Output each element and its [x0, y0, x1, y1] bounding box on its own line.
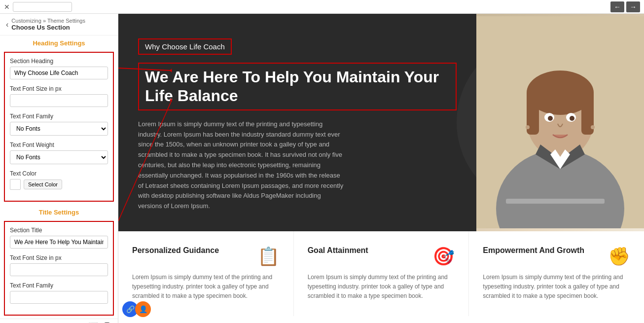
feature-card-3: Empowerment And Growth ✊ Lorem Ipsum is … [469, 231, 644, 316]
feature-cards: Personalized Guidance 📋 Lorem Ipsum is s… [118, 231, 644, 316]
svg-point-10 [591, 125, 595, 129]
top-bar-search-input[interactable] [13, 2, 72, 12]
card-3-icon: ✊ [608, 246, 630, 267]
top-bar: ✕ ← → [0, 0, 644, 14]
breadcrumb: ‹ Customizing » Theme Settings Choose Us… [0, 14, 118, 36]
card-3-header: Empowerment And Growth ✊ [483, 246, 630, 267]
heading-color-field: Text Color Select Color [10, 170, 108, 190]
nav-prev-button[interactable]: ← [610, 1, 624, 12]
svg-point-15 [570, 116, 574, 121]
section-title-text: We Are Here To Help You Maintain Your Li… [145, 68, 450, 106]
heading-font-size-field: Text Font Size in px [10, 85, 108, 107]
preview-hero-left: Why Choose Life Coach We Are Here To Hel… [118, 14, 476, 231]
card-3-title: Empowerment And Growth [483, 246, 584, 255]
title-font-family-label: Text Font Family [10, 282, 108, 289]
heading-font-family-select[interactable]: No Fonts [10, 122, 108, 136]
heading-color-label: Text Color [10, 170, 108, 177]
person-image [476, 14, 644, 231]
section-title-field: Section Title [10, 227, 108, 249]
pricing-section: Pricing Plan Choose Our Best Plan [118, 316, 644, 323]
person-svg [476, 16, 644, 228]
heading-font-size-label: Text Font Size in px [10, 85, 108, 92]
title-font-family-field: Text Font Family [10, 282, 108, 304]
nav-arrows: ← → [610, 1, 640, 12]
section-heading-field: Section Heading [10, 58, 108, 79]
heading-font-weight-field: Text Font Weight No Fonts [10, 142, 108, 164]
feature-card-2: Goal Attainment 🎯 Lorem Ipsum is simply … [294, 231, 469, 316]
title-font-size-field: Text Font Size in px [10, 254, 108, 276]
red-outline-title: We Are Here To Help You Maintain Your Li… [138, 63, 457, 110]
sidebar: ‹ Customizing » Theme Settings Choose Us… [0, 14, 118, 323]
link-icon: 🔗 [126, 305, 135, 313]
svg-rect-11 [506, 199, 605, 204]
heading-font-family-field: Text Font Family No Fonts [10, 113, 108, 136]
preview-hero: Why Choose Life Coach We Are Here To Hel… [118, 14, 644, 231]
svg-point-9 [526, 125, 530, 129]
breadcrumb-current: Choose Us Section [11, 24, 85, 31]
heading-font-size-input[interactable] [10, 94, 108, 107]
section-heading-input[interactable] [10, 67, 108, 79]
nav-next-button[interactable]: → [626, 1, 640, 12]
heading-font-family-label: Text Font Family [10, 113, 108, 120]
title-settings-label: Title Settings [0, 205, 118, 218]
card-2-header: Goal Attainment 🎯 [308, 246, 455, 267]
title-font-size-input[interactable] [10, 263, 108, 276]
breadcrumb-content: Customizing » Theme Settings Choose Us S… [11, 18, 85, 31]
card-1-body: Lorem Ipsum is simply dummy text of the … [132, 273, 280, 301]
card-2-icon: 🎯 [432, 246, 455, 267]
svg-point-14 [548, 116, 553, 121]
section-title-label: Section Title [10, 227, 108, 234]
person-icon: 👤 [139, 305, 147, 313]
preview-area: Why Choose Life Coach We Are Here To Hel… [118, 14, 644, 323]
title-settings-box: Section Title Text Font Size in px Text … [4, 221, 114, 316]
card-2-title: Goal Attainment [308, 246, 368, 255]
title-font-family-input[interactable] [10, 291, 108, 304]
main-layout: ‹ Customizing » Theme Settings Choose Us… [0, 14, 644, 323]
heading-font-weight-select[interactable]: No Fonts [10, 150, 108, 164]
heading-settings-box: Section Heading Text Font Size in px Tex… [4, 52, 114, 202]
section-title-input[interactable] [10, 236, 108, 249]
section-body-text: Lorem Ipsum is simply dummy text of the … [138, 119, 345, 212]
card-1-icon: 📋 [257, 246, 280, 267]
preview-hero-right [476, 14, 644, 231]
color-select-button[interactable]: Select Color [24, 179, 62, 189]
section-heading-label: Section Heading [10, 58, 108, 65]
card-2-body: Lorem Ipsum is simply dummy text of the … [308, 273, 455, 301]
heading-font-weight-label: Text Font Weight [10, 142, 108, 148]
red-outline-heading: Why Choose Life Coach [138, 38, 232, 55]
card-1-header: Personalized Guidance 📋 [132, 246, 280, 267]
card-3-body: Lorem Ipsum is simply dummy text of the … [483, 273, 630, 301]
color-row: Select Color [10, 179, 108, 190]
card-1-title: Personalized Guidance [132, 246, 219, 255]
color-swatch[interactable] [10, 179, 21, 190]
title-font-size-label: Text Font Size in px [10, 254, 108, 261]
float-btn-group: 🔗 👤 [122, 301, 151, 317]
sidebar-bottom: Hide Controls 🖥 ⬜ 📱 [0, 319, 118, 323]
top-bar-left: ✕ [4, 2, 72, 12]
breadcrumb-path: Customizing » Theme Settings [11, 18, 85, 24]
person-float-button[interactable]: 👤 [135, 301, 151, 317]
heading-settings-label: Heading Settings [0, 36, 118, 49]
section-heading-text: Why Choose Life Coach [145, 42, 225, 51]
back-button[interactable]: ‹ [6, 20, 8, 29]
close-icon[interactable]: ✕ [4, 3, 10, 11]
